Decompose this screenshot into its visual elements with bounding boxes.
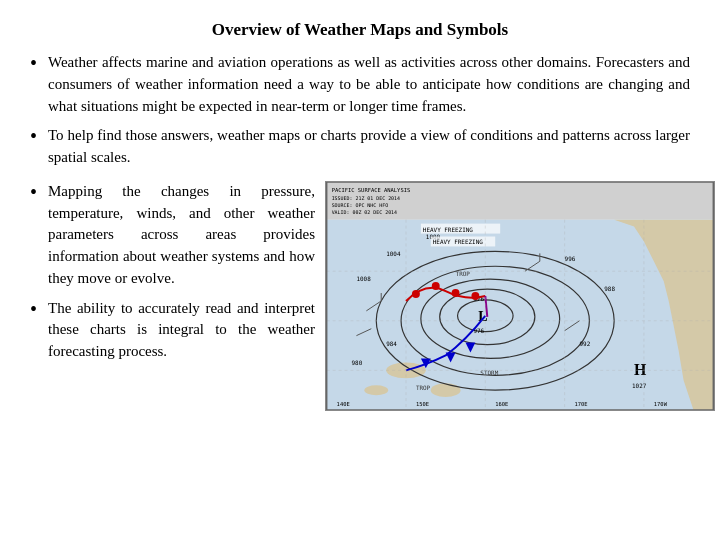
svg-text:1027: 1027: [632, 382, 647, 389]
svg-text:160E: 160E: [495, 401, 508, 407]
list-item: • The ability to accurately read and int…: [30, 298, 315, 363]
svg-text:1008: 1008: [356, 275, 371, 282]
svg-text:140E: 140E: [337, 401, 350, 407]
svg-text:1004: 1004: [386, 250, 401, 257]
svg-text:170E: 170E: [575, 401, 588, 407]
svg-text:992: 992: [579, 339, 590, 346]
svg-text:PACIFIC SURFACE ANALYSIS: PACIFIC SURFACE ANALYSIS: [332, 187, 411, 193]
svg-text:980: 980: [351, 359, 362, 366]
svg-point-29: [432, 282, 440, 290]
svg-text:SOURCE: OPC NHC HFO: SOURCE: OPC NHC HFO: [332, 202, 389, 208]
list-item: • Weather affects marine and aviation op…: [30, 52, 690, 117]
bullet-text: To help find those answers, weather maps…: [48, 125, 690, 169]
svg-point-9: [364, 385, 388, 395]
svg-text:ISSUED: 21Z 01 DEC 2014: ISSUED: 21Z 01 DEC 2014: [332, 195, 400, 201]
svg-text:996: 996: [565, 255, 576, 262]
content-area: • Weather affects marine and aviation op…: [30, 52, 690, 411]
svg-text:150E: 150E: [416, 401, 429, 407]
bullet-icon: •: [30, 50, 48, 76]
svg-text:TROP: TROP: [416, 384, 431, 391]
bullet-text: Mapping the changes in pressure, tempera…: [48, 181, 315, 290]
lower-section: • Mapping the changes in pressure, tempe…: [30, 181, 690, 411]
svg-point-8: [431, 383, 461, 397]
bullet-icon: •: [30, 123, 48, 149]
svg-text:170W: 170W: [654, 401, 668, 407]
lower-left-text: • Mapping the changes in pressure, tempe…: [30, 181, 315, 371]
page: Overview of Weather Maps and Symbols • W…: [0, 0, 720, 540]
bullet-text: The ability to accurately read and inter…: [48, 298, 315, 363]
svg-text:984: 984: [386, 339, 397, 346]
svg-point-31: [471, 292, 479, 300]
svg-text:HEAVY FREEZING: HEAVY FREEZING: [423, 225, 473, 232]
weather-map-container: PACIFIC SURFACE ANALYSIS ISSUED: 21Z 01 …: [325, 181, 715, 411]
list-item: • Mapping the changes in pressure, tempe…: [30, 181, 315, 290]
bullet-text: Weather affects marine and aviation oper…: [48, 52, 690, 117]
svg-text:HEAVY FREEZING: HEAVY FREEZING: [433, 238, 483, 245]
svg-point-30: [452, 289, 460, 297]
page-title: Overview of Weather Maps and Symbols: [30, 20, 690, 40]
svg-text:988: 988: [604, 285, 615, 292]
svg-text:H: H: [634, 361, 647, 378]
bullet-icon: •: [30, 296, 48, 322]
svg-text:VALID: 00Z 02 DEC 2014: VALID: 00Z 02 DEC 2014: [332, 208, 397, 214]
weather-map-image: PACIFIC SURFACE ANALYSIS ISSUED: 21Z 01 …: [325, 181, 715, 411]
svg-point-28: [412, 290, 420, 298]
list-item: • To help find those answers, weather ma…: [30, 125, 690, 169]
bullet-icon: •: [30, 179, 48, 205]
